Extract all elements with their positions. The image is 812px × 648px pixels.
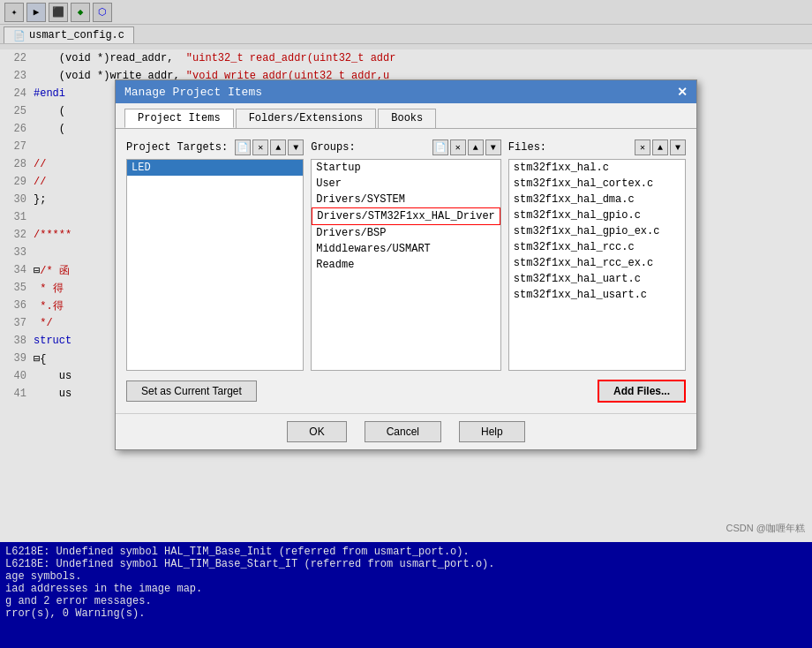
project-targets-list[interactable]: LED — [126, 159, 304, 371]
three-columns: Project Targets: 📄 ✕ ▲ ▼ LED — [126, 139, 686, 371]
file-hal-dma[interactable]: stm32f1xx_hal_dma.c — [509, 192, 685, 207]
tab-books[interactable]: Books — [378, 109, 436, 128]
dialog-title-bar: Manage Project Items ✕ — [116, 80, 696, 103]
help-button[interactable]: Help — [459, 421, 525, 442]
tab-folders-extensions[interactable]: Folders/Extensions — [236, 109, 377, 128]
dialog-tabs: Project Items Folders/Extensions Books — [116, 103, 696, 129]
file-hal-gpio-ex[interactable]: stm32f1xx_hal_gpio_ex.c — [509, 223, 685, 239]
cancel-button[interactable]: Cancel — [365, 421, 441, 442]
dialog-title-text: Manage Project Items — [124, 86, 262, 99]
groups-list[interactable]: Startup User Drivers/SYSTEM Drivers/STM3… — [311, 159, 501, 371]
groups-label: Groups: — [311, 141, 355, 154]
groups-header: Groups: 📄 ✕ ▲ ▼ — [311, 139, 501, 155]
file-down-btn[interactable]: ▼ — [670, 139, 686, 155]
group-drivers-system[interactable]: Drivers/SYSTEM — [312, 192, 500, 207]
grp-down-btn[interactable]: ▼ — [485, 139, 501, 155]
pt-up-btn[interactable]: ▲ — [270, 139, 286, 155]
grp-delete-btn[interactable]: ✕ — [450, 139, 466, 155]
ok-button[interactable]: OK — [287, 421, 346, 442]
file-hal-cortex[interactable]: stm32f1xx_hal_cortex.c — [509, 176, 685, 192]
file-delete-btn[interactable]: ✕ — [635, 139, 650, 155]
group-drivers-bsp[interactable]: Drivers/BSP — [312, 225, 500, 241]
dialog: Manage Project Items ✕ Project Items Fol… — [115, 79, 697, 450]
project-targets-section: Project Targets: 📄 ✕ ▲ ▼ LED — [126, 139, 304, 371]
file-up-btn[interactable]: ▲ — [652, 139, 668, 155]
dialog-close-button[interactable]: ✕ — [677, 85, 688, 99]
file-hal[interactable]: stm32f1xx_hal.c — [509, 160, 685, 176]
file-hal-rcc[interactable]: stm32f1xx_hal_rcc.c — [509, 239, 685, 255]
project-targets-label: Project Targets: — [126, 141, 228, 154]
files-header: Files: ✕ ▲ ▼ — [508, 139, 686, 155]
dialog-ok-row: OK Cancel Help — [116, 413, 696, 449]
group-user[interactable]: User — [312, 176, 500, 192]
project-targets-header: Project Targets: 📄 ✕ ▲ ▼ — [126, 139, 304, 155]
files-label: Files: — [508, 141, 546, 154]
group-middlewares-usmart[interactable]: Middlewares/USMART — [312, 241, 500, 257]
group-readme[interactable]: Readme — [312, 257, 500, 273]
files-section: Files: ✕ ▲ ▼ stm32f1xx_hal.c stm32f1xx_h… — [508, 139, 686, 371]
grp-new-btn[interactable]: 📄 — [432, 139, 448, 155]
pt-new-btn[interactable]: 📄 — [235, 139, 251, 155]
pt-delete-btn[interactable]: ✕ — [252, 139, 268, 155]
file-hal-uart[interactable]: stm32f1xx_hal_uart.c — [509, 271, 685, 287]
dialog-body: Project Targets: 📄 ✕ ▲ ▼ LED — [116, 129, 696, 413]
group-startup[interactable]: Startup — [312, 160, 500, 176]
modal-overlay: Manage Project Items ✕ Project Items Fol… — [0, 0, 812, 648]
tab-project-items[interactable]: Project Items — [124, 109, 234, 128]
file-hal-usart[interactable]: stm32f1xx_hal_usart.c — [509, 287, 685, 303]
set-target-button[interactable]: Set as Current Target — [126, 381, 257, 402]
file-hal-rcc-ex[interactable]: stm32f1xx_hal_rcc_ex.c — [509, 255, 685, 271]
groups-icons: 📄 ✕ ▲ ▼ — [432, 139, 501, 155]
group-drivers-hal[interactable]: Drivers/STM32F1xx_HAL_Driver — [312, 207, 500, 225]
files-list[interactable]: stm32f1xx_hal.c stm32f1xx_hal_cortex.c s… — [508, 159, 686, 371]
groups-section: Groups: 📄 ✕ ▲ ▼ Startup User Drivers/SYS… — [311, 139, 501, 371]
files-icons: ✕ ▲ ▼ — [635, 139, 686, 155]
project-target-led[interactable]: LED — [127, 160, 303, 176]
grp-up-btn[interactable]: ▲ — [468, 139, 484, 155]
dialog-footer-buttons: Set as Current Target Add Files... — [126, 380, 686, 403]
pt-down-btn[interactable]: ▼ — [288, 139, 304, 155]
project-targets-icons: 📄 ✕ ▲ ▼ — [235, 139, 304, 155]
add-files-button[interactable]: Add Files... — [598, 380, 686, 403]
file-hal-gpio[interactable]: stm32f1xx_hal_gpio.c — [509, 207, 685, 223]
